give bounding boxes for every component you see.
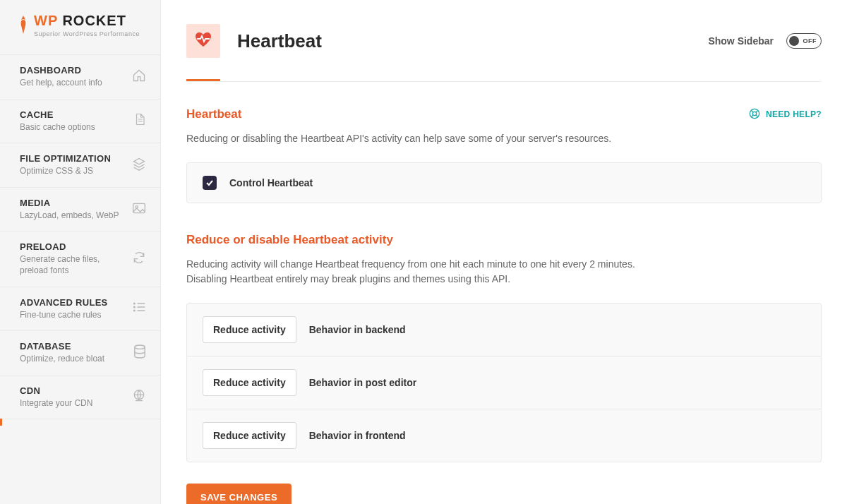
sidebar-item-sub: Optimize CSS & JS <box>20 166 111 177</box>
svg-point-4 <box>134 311 136 312</box>
logo-text: WP ROCKET <box>34 13 140 29</box>
active-indicator <box>0 419 160 426</box>
sidebar-item-sub: Optimize, reduce bloat <box>20 354 104 365</box>
sidebar-item-sub: Get help, account info <box>20 78 102 89</box>
svg-point-3 <box>134 307 136 308</box>
file-icon <box>133 112 146 129</box>
sidebar-item-sub: Basic cache options <box>20 122 95 133</box>
svg-rect-0 <box>133 203 145 212</box>
behavior-frontend-label: Behavior in frontend <box>309 430 406 441</box>
sidebar-item-media[interactable]: MEDIA LazyLoad, embeds, WebP <box>0 187 160 232</box>
sidebar-item-advanced-rules[interactable]: ADVANCED RULES Fine-tune cache rules <box>0 287 160 331</box>
behavior-post-editor-label: Behavior in post editor <box>309 377 416 388</box>
panel-control-heartbeat: Control Heartbeat <box>186 162 822 203</box>
show-sidebar-label: Show Sidebar <box>708 35 774 47</box>
sidebar-item-label: CACHE <box>20 109 95 120</box>
nav-list: DASHBOARD Get help, account info CACHE B… <box>0 54 160 419</box>
behavior-row-backend: Reduce activity Behavior in backend <box>187 304 821 356</box>
header-icon-box <box>186 24 220 58</box>
image-icon <box>132 202 146 217</box>
behavior-row-post-editor: Reduce activity Behavior in post editor <box>187 356 821 409</box>
show-sidebar-toggle[interactable]: OFF <box>786 33 822 49</box>
sidebar-item-label: MEDIA <box>20 198 119 208</box>
control-heartbeat-label: Control Heartbeat <box>229 177 313 188</box>
layers-icon <box>132 157 146 174</box>
lifebuoy-icon <box>749 108 760 121</box>
sidebar-item-database[interactable]: DATABASE Optimize, reduce bloat <box>0 330 160 375</box>
section-title-heartbeat: Heartbeat <box>186 107 241 121</box>
sidebar: WP ROCKET Superior WordPress Performance… <box>0 0 161 504</box>
sidebar-item-label: DATABASE <box>20 341 104 352</box>
sidebar-item-sub: LazyLoad, embeds, WebP <box>20 210 119 222</box>
behavior-post-editor-select[interactable]: Reduce activity <box>203 369 296 396</box>
home-icon <box>132 68 146 85</box>
behavior-backend-label: Behavior in backend <box>309 324 406 335</box>
need-help-link[interactable]: NEED HELP? <box>749 108 822 121</box>
sidebar-item-file-optimization[interactable]: FILE OPTIMIZATION Optimize CSS & JS <box>0 143 160 187</box>
header-divider <box>186 81 822 82</box>
sidebar-item-preload[interactable]: PRELOAD Generate cache files, preload fo… <box>0 231 160 286</box>
behavior-backend-select[interactable]: Reduce activity <box>203 316 296 343</box>
sidebar-item-cdn[interactable]: CDN Integrate your CDN <box>0 375 160 420</box>
svg-point-8 <box>752 112 756 115</box>
toggle-state: OFF <box>803 37 817 44</box>
sidebar-item-label: DASHBOARD <box>20 65 102 76</box>
svg-point-2 <box>134 304 136 305</box>
logo: WP ROCKET Superior WordPress Performance <box>0 0 160 54</box>
logo-tagline: Superior WordPress Performance <box>34 30 140 37</box>
main-content: Heartbeat Show Sidebar OFF Heartbeat NEE… <box>161 0 847 504</box>
sidebar-item-label: FILE OPTIMIZATION <box>20 153 111 164</box>
database-icon <box>133 344 146 361</box>
page-header: Heartbeat Show Sidebar OFF <box>186 0 822 58</box>
sidebar-item-dashboard[interactable]: DASHBOARD Get help, account info <box>0 54 160 99</box>
sidebar-item-sub: Generate cache files, preload fonts <box>20 254 125 276</box>
page-title: Heartbeat <box>237 30 322 52</box>
sidebar-item-sub: Fine-tune cache rules <box>20 310 108 321</box>
refresh-icon <box>132 251 146 268</box>
sidebar-item-label: CDN <box>20 385 92 396</box>
behavior-row-frontend: Reduce activity Behavior in frontend <box>187 409 821 462</box>
logo-carrot-icon <box>17 16 30 37</box>
save-changes-button[interactable]: SAVE CHANGES <box>186 484 292 504</box>
svg-point-5 <box>135 345 145 349</box>
list-icon <box>132 301 146 316</box>
control-heartbeat-checkbox[interactable] <box>203 176 217 190</box>
heartbeat-icon <box>194 31 212 51</box>
section-reduce-desc: Reducing activity will change Heartbeat … <box>186 257 822 287</box>
sidebar-item-cache[interactable]: CACHE Basic cache options <box>0 99 160 143</box>
sidebar-item-label: ADVANCED RULES <box>20 297 108 308</box>
sidebar-item-label: PRELOAD <box>20 241 125 252</box>
need-help-label: NEED HELP? <box>766 109 822 119</box>
behavior-frontend-select[interactable]: Reduce activity <box>203 422 296 449</box>
section-title-reduce: Reduce or disable Heartbeat activity <box>186 233 822 247</box>
sidebar-item-sub: Integrate your CDN <box>20 398 92 409</box>
panel-behavior-settings: Reduce activity Behavior in backend Redu… <box>186 303 822 462</box>
section-heartbeat-desc: Reducing or disabling the Heartbeat API'… <box>186 131 822 147</box>
toggle-knob-icon <box>789 36 799 46</box>
globe-icon <box>132 389 146 406</box>
